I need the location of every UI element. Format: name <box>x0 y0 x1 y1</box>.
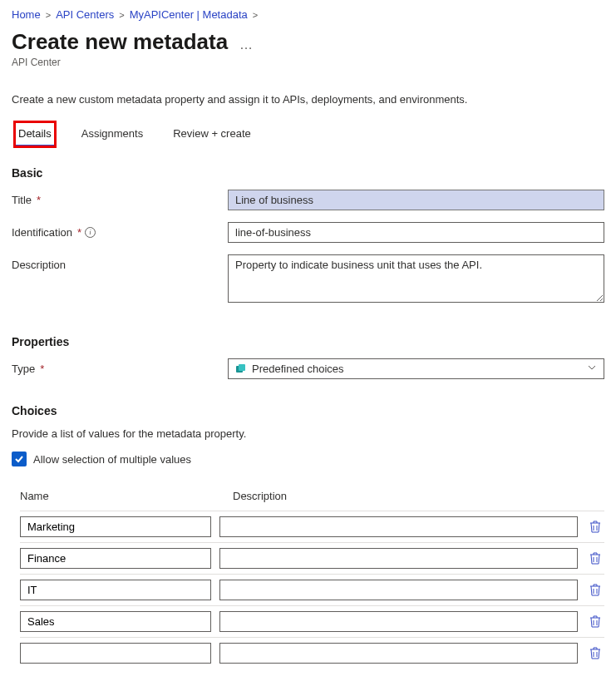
choice-row <box>20 542 604 574</box>
properties-heading: Properties <box>12 335 604 348</box>
page-title: Create new metadata <box>12 29 228 55</box>
chevron-right-icon: > <box>46 10 51 20</box>
title-input[interactable] <box>228 190 604 210</box>
choice-name-input[interactable] <box>20 516 211 537</box>
chevron-right-icon: > <box>119 10 124 20</box>
intro-text: Create a new custom metadata property an… <box>12 93 604 106</box>
delete-choice-button[interactable] <box>586 584 604 597</box>
allow-multiple-checkbox[interactable] <box>12 452 27 466</box>
choice-description-input[interactable] <box>219 611 578 632</box>
allow-multiple-label: Allow selection of multiple values <box>33 453 191 466</box>
tabs: Details Assignments Review + create <box>12 122 604 146</box>
more-options-button[interactable]: … <box>239 37 254 52</box>
title-label: Title* <box>12 190 228 206</box>
predefined-choices-icon <box>235 363 247 375</box>
description-label: Description <box>12 254 228 271</box>
column-name-header: Name <box>20 490 233 502</box>
info-icon[interactable]: i <box>85 227 96 238</box>
choice-name-input[interactable] <box>20 548 211 569</box>
delete-choice-button[interactable] <box>586 552 604 565</box>
delete-choice-button[interactable] <box>586 615 604 629</box>
choice-description-input[interactable] <box>219 643 578 664</box>
breadcrumb-metadata[interactable]: MyAPICenter | Metadata <box>130 8 248 21</box>
choices-description: Provide a list of values for the metadat… <box>12 427 604 440</box>
chevron-down-icon <box>587 363 597 375</box>
breadcrumb-home[interactable]: Home <box>12 8 41 21</box>
breadcrumb-api-centers[interactable]: API Centers <box>56 8 114 21</box>
choice-name-input[interactable] <box>20 611 211 632</box>
breadcrumb: Home > API Centers > MyAPICenter | Metad… <box>12 8 604 21</box>
choice-row <box>20 511 604 542</box>
type-label: Type* <box>12 358 228 375</box>
choices-heading: Choices <box>12 404 604 417</box>
tab-review-create[interactable]: Review + create <box>170 122 254 146</box>
description-input[interactable] <box>228 254 604 303</box>
choices-table: Name Description <box>12 490 604 669</box>
column-description-header: Description <box>233 490 604 502</box>
basic-heading: Basic <box>12 166 604 180</box>
page-subtitle: API Center <box>12 57 604 68</box>
tab-assignments[interactable]: Assignments <box>78 122 146 146</box>
identification-input[interactable] <box>228 222 604 243</box>
choice-row <box>20 574 604 605</box>
choice-name-input[interactable] <box>20 580 211 600</box>
identification-label: Identification* i <box>12 222 228 239</box>
chevron-right-icon: > <box>253 10 258 20</box>
svg-rect-1 <box>239 364 245 371</box>
delete-choice-button[interactable] <box>586 647 604 660</box>
choice-description-input[interactable] <box>219 516 578 537</box>
choice-row <box>20 637 604 669</box>
choice-name-input[interactable] <box>20 643 211 664</box>
type-value: Predefined choices <box>252 363 344 375</box>
choice-description-input[interactable] <box>219 580 578 600</box>
delete-choice-button[interactable] <box>586 521 604 534</box>
type-select[interactable]: Predefined choices <box>228 358 604 379</box>
choice-description-input[interactable] <box>219 548 578 569</box>
tab-details[interactable]: Details <box>15 122 55 146</box>
choice-row <box>20 605 604 637</box>
